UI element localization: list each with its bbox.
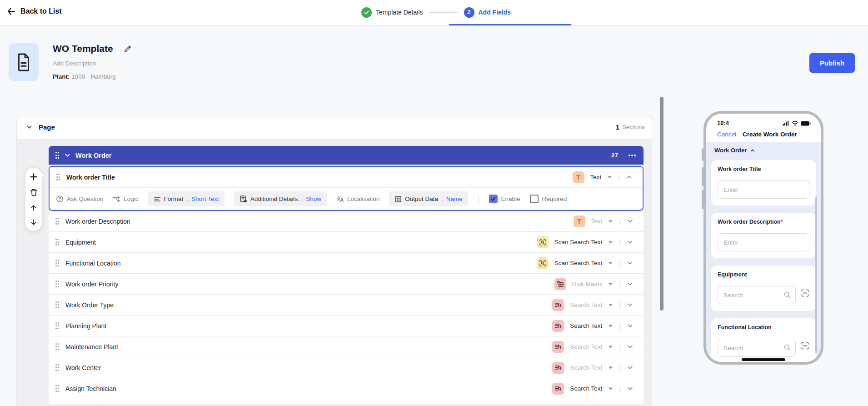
expand-chevron-icon[interactable] [627, 260, 634, 266]
selected-field-row[interactable]: Work order Title T Text | [50, 167, 643, 188]
required-checkbox[interactable] [530, 195, 539, 203]
add-field-icon[interactable] [30, 173, 38, 181]
type-dropdown-caret-icon[interactable] [608, 345, 613, 349]
stepper-connector [429, 12, 458, 13]
add-description-link[interactable]: Add Description [53, 60, 96, 67]
expand-chevron-icon[interactable] [627, 218, 634, 225]
drag-handle-icon[interactable] [55, 217, 60, 225]
phone-field-label: Equipment [718, 271, 809, 278]
field-row[interactable]: Work order Priority Risk Matrix | [49, 274, 644, 295]
ask-question-button[interactable]: Ask Question [56, 195, 103, 203]
additional-details-value[interactable]: Show [306, 195, 321, 202]
section-collapse-chevron-icon[interactable] [64, 152, 71, 159]
section-collapse-chevron-icon [750, 148, 755, 153]
drag-handle-icon[interactable] [55, 385, 60, 392]
page-label: Page [39, 123, 55, 131]
drag-handle-icon[interactable] [55, 364, 60, 371]
step2-label[interactable]: Add Fields [479, 9, 511, 16]
field-row[interactable]: Equipment Scan Search Text | [49, 232, 644, 253]
scan-barcode-icon[interactable] [801, 289, 809, 297]
type-dropdown-caret-icon[interactable] [608, 303, 613, 307]
field-type-label: Scan Search Text [554, 239, 603, 246]
scan-barcode-icon[interactable] [801, 341, 809, 350]
type-dropdown-caret-icon[interactable] [608, 387, 613, 391]
phone-field-label: Functional Location [718, 324, 809, 331]
delete-field-icon[interactable] [30, 188, 38, 196]
expand-chevron-icon[interactable] [627, 301, 634, 308]
field-row[interactable]: Work order Description T Text | [49, 211, 644, 232]
drag-handle-icon[interactable] [55, 280, 60, 288]
divider: | [618, 174, 620, 181]
field-row[interactable]: Maintenance Plant Search Text | [49, 336, 644, 357]
field-row[interactable]: Functional Location Scan Search Text | [49, 253, 644, 274]
format-value[interactable]: Short Text [191, 195, 219, 202]
back-to-list-button[interactable]: Back to List [6, 7, 62, 16]
scan-search-text-icon [537, 236, 549, 248]
additional-details-chip[interactable]: Additional Details: : Show [234, 191, 327, 206]
page-row: Page 1 Sections [17, 116, 652, 138]
section-header[interactable]: Work Order 27 [49, 146, 644, 165]
drag-handle-icon[interactable] [55, 259, 60, 267]
expand-chevron-icon[interactable] [627, 322, 634, 329]
field-row[interactable]: Work Center Search Text | [49, 357, 644, 378]
type-dropdown-caret-icon[interactable] [608, 282, 613, 286]
type-dropdown-caret-icon[interactable] [608, 324, 613, 328]
output-data-value[interactable]: Name [446, 195, 463, 202]
field-row[interactable]: Assign Technician Search Text | [49, 378, 644, 399]
type-dropdown-caret-icon[interactable] [608, 241, 613, 244]
type-dropdown-caret-icon[interactable] [608, 366, 613, 370]
text-type-icon: T [573, 171, 584, 183]
output-data-chip[interactable]: Output Data : Name [389, 191, 468, 206]
logic-button[interactable]: Logic [113, 195, 138, 203]
page-collapse-chevron-icon[interactable] [26, 124, 33, 130]
phone-field-card: Work order Description* [711, 213, 816, 258]
type-dropdown-caret-icon[interactable] [607, 175, 612, 179]
type-dropdown-caret-icon[interactable] [608, 220, 613, 223]
field-type-label: Search Text [570, 364, 602, 371]
expand-chevron-icon[interactable] [627, 385, 634, 392]
move-down-icon[interactable] [30, 219, 37, 226]
field-row[interactable]: Work Order Type Search Text | [49, 295, 644, 316]
step1-label[interactable]: Template Details [376, 9, 423, 16]
phone-form: Work Order Work order Title Work order D… [706, 142, 821, 362]
phone-scrollbar[interactable] [815, 196, 817, 353]
edit-title-icon[interactable] [124, 44, 132, 53]
enable-checkbox[interactable] [489, 195, 498, 203]
expand-chevron-icon[interactable] [627, 343, 634, 350]
phone-section-header[interactable]: Work Order [714, 147, 755, 154]
drag-handle-icon[interactable] [55, 238, 60, 246]
sections-count: 1 [616, 123, 619, 131]
wifi-icon [792, 120, 798, 126]
phone-cancel-button[interactable]: Cancel [717, 131, 736, 138]
section-menu-icon[interactable] [628, 154, 636, 157]
localisation-button[interactable]: Localisation [336, 195, 379, 203]
section-drag-handle-icon[interactable] [55, 151, 60, 159]
enable-toggle[interactable]: Enable [489, 195, 520, 203]
drag-handle-icon[interactable] [55, 301, 60, 309]
phone-field-input[interactable] [718, 180, 809, 199]
required-asterisk: * [781, 219, 783, 225]
expand-chevron-icon[interactable] [627, 364, 634, 371]
phone-field-label: Work order Title [718, 166, 809, 172]
publish-button[interactable]: Publish [809, 53, 855, 73]
field-row[interactable]: Planning Plant Search Text | [49, 316, 644, 336]
required-label: Required [542, 195, 567, 202]
collapse-chevron-icon[interactable] [626, 174, 633, 180]
phone-field-input[interactable] [718, 233, 809, 251]
drag-handle-icon[interactable] [55, 343, 60, 351]
template-icon-tile [9, 43, 39, 81]
risk-matrix-icon [554, 278, 566, 290]
field-label: Equipment [65, 239, 96, 246]
move-up-icon[interactable] [30, 204, 37, 211]
drag-handle-icon[interactable] [56, 173, 60, 181]
drag-handle-icon[interactable] [55, 322, 60, 330]
expand-chevron-icon[interactable] [627, 239, 634, 246]
builder-scrollbar[interactable] [660, 97, 663, 311]
search-text-icon [552, 320, 564, 332]
expand-chevron-icon[interactable] [627, 281, 634, 287]
output-separator: : [441, 195, 443, 202]
type-dropdown-caret-icon[interactable] [608, 261, 613, 265]
format-chip[interactable]: Format : Short Text [148, 191, 224, 206]
required-toggle[interactable]: Required [530, 195, 567, 203]
battery-icon [801, 121, 811, 126]
